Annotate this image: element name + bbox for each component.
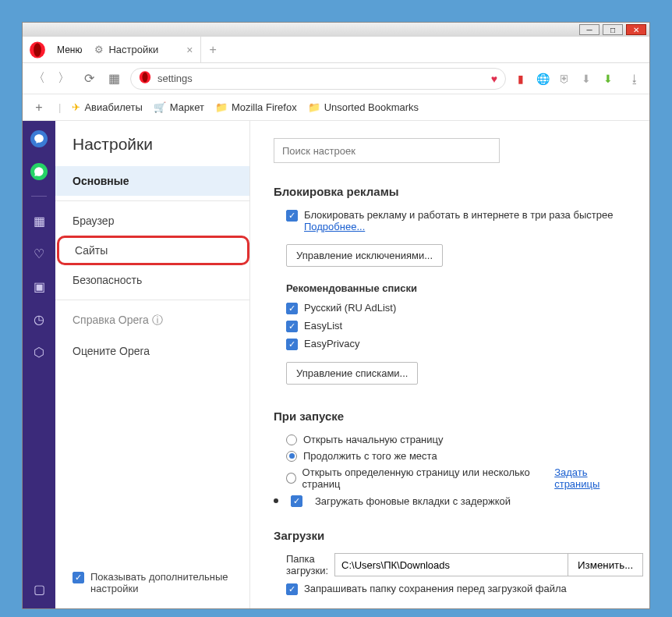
whatsapp-icon[interactable]	[30, 163, 48, 180]
news-nav-icon[interactable]: ▣	[30, 278, 48, 295]
speed-dial-nav-icon[interactable]: ▦	[30, 212, 48, 229]
settings-search-input[interactable]	[274, 138, 500, 163]
bookmark-market[interactable]: 🛒Маркет	[154, 101, 204, 113]
new-tab-button[interactable]: +	[201, 43, 224, 57]
ask-folder-label: Запрашивать папку сохранения перед загру…	[304, 583, 567, 594]
svg-point-3	[142, 72, 147, 82]
messenger-icon[interactable]	[30, 130, 48, 147]
nav-item-security[interactable]: Безопасность	[55, 265, 249, 295]
list-ru-label: Русский (RU AdList)	[304, 302, 396, 314]
settings-title: Настройки	[55, 135, 249, 166]
bookmarks-bar: + | ✈Авиабилеты 🛒Маркет 📁Mozilla Firefox…	[23, 94, 649, 121]
ask-folder-checkbox[interactable]: ✓	[286, 583, 298, 595]
history-nav-icon[interactable]: ◷	[30, 310, 48, 328]
startup-home-label: Открыть начальную страницу	[303, 434, 444, 445]
downloads-heading: Загрузки	[274, 529, 626, 542]
manage-exceptions-button[interactable]: Управление исключениями...	[286, 244, 443, 267]
startup-heading: При запуске	[274, 410, 626, 423]
nav-item-browser[interactable]: Браузер	[55, 206, 249, 236]
maximize-button[interactable]: □	[603, 24, 623, 35]
gear-icon: ⚙	[94, 44, 104, 55]
recommended-lists-heading: Рекомендованные списки	[286, 282, 626, 294]
startup-continue-label: Продолжить с того же места	[303, 450, 437, 462]
svg-point-1	[34, 43, 41, 57]
window-titlebar: ─ □ ✕	[23, 23, 649, 37]
add-bookmark-button[interactable]: +	[30, 101, 48, 115]
startup-specific-label: Открыть определенную страницу или нескол…	[302, 466, 539, 490]
list-ru-checkbox[interactable]: ✓	[286, 303, 298, 314]
nav-item-rate[interactable]: Оцените Opera	[55, 336, 249, 366]
list-easy-label: EasyList	[304, 320, 342, 332]
show-advanced-label: Показывать дополнительные настройки	[90, 571, 232, 594]
list-privacy-checkbox[interactable]: ✓	[286, 339, 298, 350]
adblock-heading: Блокировка рекламы	[274, 185, 626, 198]
close-window-button[interactable]: ✕	[626, 24, 646, 35]
lazy-load-label: Загружать фоновые вкладки с задержкой	[315, 495, 511, 507]
tab-settings[interactable]: ⚙ Настройки ×	[87, 37, 201, 62]
bookmark-avia[interactable]: ✈Авиабилеты	[72, 101, 142, 113]
startup-continue-radio[interactable]	[286, 451, 297, 462]
extension-android-icon[interactable]: ⬇	[601, 72, 615, 86]
manage-lists-button[interactable]: Управление списками...	[286, 362, 418, 385]
checkbox-icon: ✓	[73, 572, 84, 583]
bookmark-mozilla[interactable]: 📁Mozilla Firefox	[215, 101, 297, 113]
settings-nav-panel: Настройки Основные Браузер Сайты Безопас…	[55, 121, 250, 608]
download-folder-input[interactable]	[334, 553, 568, 576]
extension-shield-icon[interactable]: ⛨	[557, 72, 571, 86]
address-input[interactable]	[157, 73, 485, 84]
adblock-label: Блокировать рекламу и работать в интерне…	[304, 209, 613, 221]
vertical-sidebar: ▦ ♡ ▣ ◷ ⬡ ▢	[23, 121, 55, 608]
nav-item-basic[interactable]: Основные	[55, 166, 249, 196]
adblock-more-link[interactable]: Подробнее...	[304, 221, 365, 232]
nav-item-sites[interactable]: Сайты	[57, 236, 249, 265]
advanced-bullet-icon	[274, 498, 278, 503]
show-advanced-toggle[interactable]: ✓ Показывать дополнительные настройки	[55, 557, 249, 608]
close-tab-icon[interactable]: ×	[186, 44, 193, 56]
help-question-icon: ⓘ	[152, 314, 163, 326]
extension-globe-icon[interactable]: 🌐	[536, 72, 550, 86]
opera-badge-icon	[139, 71, 151, 87]
bookmark-unsorted[interactable]: 📁Unsorted Bookmarks	[308, 101, 419, 113]
tab-bar: Меню ⚙ Настройки × +	[23, 37, 649, 63]
tab-title: Настройки	[108, 44, 158, 55]
back-button[interactable]: 〈	[30, 70, 48, 87]
menu-button[interactable]: Меню	[52, 43, 87, 57]
bookmarks-nav-icon[interactable]: ♡	[30, 245, 48, 262]
settings-content: Блокировка рекламы ✓ Блокировать рекламу…	[250, 121, 649, 608]
list-easy-checkbox[interactable]: ✓	[286, 321, 298, 332]
download-folder-label: Папка загрузки:	[286, 553, 328, 576]
address-bar: 〈 〉 ⟳ ▦ ♥ ▮ 🌐 ⛨ ⬇ ⬇ ⭳	[23, 63, 649, 94]
extension-icon-1[interactable]: ▮	[514, 72, 528, 86]
minimize-button[interactable]: ─	[579, 24, 599, 35]
address-field-wrap: ♥	[130, 68, 506, 90]
adblock-checkbox[interactable]: ✓	[286, 210, 298, 222]
extension-down-icon[interactable]: ⬇	[579, 72, 593, 86]
opera-logo[interactable]	[26, 38, 49, 62]
sidebar-settings-icon[interactable]: ▢	[30, 580, 48, 597]
reload-button[interactable]: ⟳	[80, 71, 97, 86]
startup-home-radio[interactable]	[286, 434, 297, 445]
set-pages-link[interactable]: Задать страницы	[554, 466, 626, 490]
download-change-button[interactable]: Изменить...	[568, 553, 643, 576]
extensions-nav-icon[interactable]: ⬡	[30, 343, 48, 360]
lazy-load-checkbox[interactable]: ✓	[291, 495, 302, 507]
list-privacy-label: EasyPrivacy	[304, 338, 360, 349]
bookmark-heart-icon[interactable]: ♥	[491, 73, 497, 85]
forward-button[interactable]: 〉	[55, 70, 73, 87]
nav-item-help[interactable]: Справка Opera ⓘ	[55, 305, 249, 336]
downloads-icon[interactable]: ⭳	[628, 72, 642, 86]
startup-specific-radio[interactable]	[286, 473, 296, 484]
speed-dial-icon[interactable]: ▦	[105, 71, 122, 86]
